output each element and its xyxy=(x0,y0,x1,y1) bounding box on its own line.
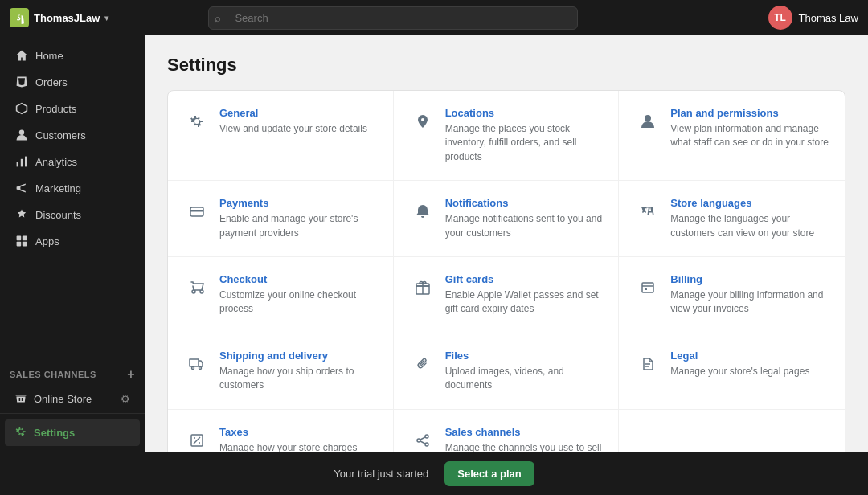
settings-item-giftcards[interactable]: Gift cards Enable Apple Wallet passes an… xyxy=(394,257,620,333)
settings-item-general[interactable]: General View and update your store detai… xyxy=(168,91,394,181)
settings-item-payments[interactable]: Payments Enable and manage your store's … xyxy=(168,181,394,257)
bottom-bar: Your trial just started Select a plan xyxy=(0,452,868,495)
sidebar-item-orders[interactable]: Orders xyxy=(5,69,140,95)
sales-channels-header: SALES CHANNELS + xyxy=(0,361,145,385)
svg-point-22 xyxy=(194,437,195,439)
products-icon xyxy=(14,101,29,116)
item-desc: Manage the languages your customers can … xyxy=(670,212,829,240)
search-input[interactable] xyxy=(208,6,578,30)
item-title: Store languages xyxy=(670,197,829,209)
svg-point-8 xyxy=(645,115,651,121)
online-store-settings-icon[interactable]: ⚙ xyxy=(121,393,130,405)
svg-rect-7 xyxy=(23,242,27,247)
discounts-icon xyxy=(14,207,29,222)
settings-item-sales-channels[interactable]: Sales channels Manage the channels you u… xyxy=(394,410,620,452)
search-icon: ⌕ xyxy=(215,12,221,24)
shopify-logo xyxy=(10,8,29,27)
translate-icon xyxy=(635,198,661,224)
svg-rect-2 xyxy=(21,159,23,167)
item-desc: Manage your store's legal pages xyxy=(670,365,829,378)
home-icon xyxy=(14,48,29,63)
settings-item-shipping[interactable]: Shipping and delivery Manage how you shi… xyxy=(168,333,394,410)
orders-icon xyxy=(14,75,29,89)
sidebar-item-discounts[interactable]: Discounts xyxy=(5,202,140,227)
item-title: Gift cards xyxy=(445,273,603,285)
sidebar-item-apps[interactable]: Apps xyxy=(5,228,140,254)
svg-rect-3 xyxy=(25,157,27,167)
settings-item-plan[interactable]: Plan and permissions View plan informati… xyxy=(619,91,845,181)
svg-rect-5 xyxy=(23,236,27,241)
item-desc: Manage how your store charges taxes xyxy=(219,441,377,452)
sidebar-item-products[interactable]: Products xyxy=(5,96,140,121)
document-icon xyxy=(635,351,661,377)
item-desc: Enable and manage your store's payment p… xyxy=(219,212,377,240)
settings-filler xyxy=(619,410,845,452)
settings-item-legal[interactable]: Legal Manage your store's legal pages xyxy=(619,333,845,410)
location-icon xyxy=(410,108,436,134)
sidebar-item-settings[interactable]: Settings xyxy=(5,419,140,446)
svg-rect-15 xyxy=(645,288,647,290)
item-title: Billing xyxy=(670,273,829,285)
settings-item-checkout[interactable]: Checkout Customize your online checkout … xyxy=(168,257,394,333)
sidebar-item-online-store[interactable]: Online Store ⚙ xyxy=(5,386,140,412)
item-desc: Customize your online checkout process xyxy=(219,288,377,317)
billing-icon xyxy=(635,275,661,301)
settings-item-taxes[interactable]: Taxes Manage how your store charges taxe… xyxy=(168,410,394,452)
gift-icon xyxy=(410,275,436,301)
svg-line-27 xyxy=(420,437,425,440)
trial-text: Your trial just started xyxy=(334,468,428,480)
item-title: General xyxy=(219,107,377,119)
svg-point-23 xyxy=(199,442,200,444)
item-title: Notifications xyxy=(445,197,603,209)
avatar: TL xyxy=(768,6,792,30)
item-desc: Enable Apple Wallet passes and set gift … xyxy=(445,288,603,317)
item-title: Shipping and delivery xyxy=(219,350,377,362)
item-title: Locations xyxy=(445,107,603,119)
settings-item-files[interactable]: Files Upload images, videos, and documen… xyxy=(394,333,620,410)
svg-rect-4 xyxy=(17,236,22,241)
settings-card: General View and update your store detai… xyxy=(167,90,845,452)
sidebar-nav: Home Orders Products Custo xyxy=(0,35,145,361)
bell-icon xyxy=(410,198,436,224)
item-title: Payments xyxy=(219,197,377,209)
svg-line-28 xyxy=(420,441,425,444)
store-name-button[interactable]: ThomasJLaw ▾ xyxy=(10,8,108,27)
svg-point-17 xyxy=(199,366,202,369)
svg-rect-10 xyxy=(190,210,203,212)
main-layout: Home Orders Products Custo xyxy=(0,35,868,452)
sidebar: Home Orders Products Custo xyxy=(0,35,145,452)
add-channel-icon[interactable]: + xyxy=(127,367,135,382)
apps-icon xyxy=(14,234,29,248)
settings-item-billing[interactable]: Billing Manage your billing information … xyxy=(619,257,845,333)
settings-item-notifications[interactable]: Notifications Manage notifications sent … xyxy=(394,181,620,257)
truck-icon xyxy=(184,351,210,377)
person-icon xyxy=(635,108,661,134)
user-area: TL Thomas Law xyxy=(768,6,858,30)
svg-point-16 xyxy=(192,366,194,369)
svg-rect-6 xyxy=(17,242,22,247)
sidebar-item-analytics[interactable]: Analytics xyxy=(5,149,140,174)
item-title: Checkout xyxy=(219,273,377,285)
sidebar-item-home[interactable]: Home xyxy=(5,43,140,68)
store-name-label: ThomasJLaw xyxy=(34,12,100,24)
chevron-down-icon: ▾ xyxy=(104,14,108,22)
svg-rect-1 xyxy=(17,162,18,166)
settings-item-languages[interactable]: Store languages Manage the languages you… xyxy=(619,181,845,257)
paperclip-icon xyxy=(410,351,436,377)
gear-icon xyxy=(184,108,210,134)
user-name-label: Thomas Law xyxy=(799,12,858,24)
sidebar-item-marketing[interactable]: Marketing xyxy=(5,175,140,201)
item-desc: View plan information and manage what st… xyxy=(670,122,829,150)
item-desc: Manage the places you stock inventory, f… xyxy=(445,122,603,164)
customers-icon xyxy=(14,128,29,142)
sidebar-bottom: Settings xyxy=(0,413,145,452)
online-store-icon xyxy=(14,391,27,407)
sidebar-item-customers[interactable]: Customers xyxy=(5,122,140,148)
item-title: Files xyxy=(445,350,603,362)
item-desc: Manage your billing information and view… xyxy=(670,288,829,317)
channels-icon xyxy=(410,428,436,452)
item-title: Legal xyxy=(670,350,829,362)
select-plan-button[interactable]: Select a plan xyxy=(444,461,534,486)
page-title: Settings xyxy=(167,55,845,76)
settings-item-locations[interactable]: Locations Manage the places you stock in… xyxy=(394,91,620,181)
